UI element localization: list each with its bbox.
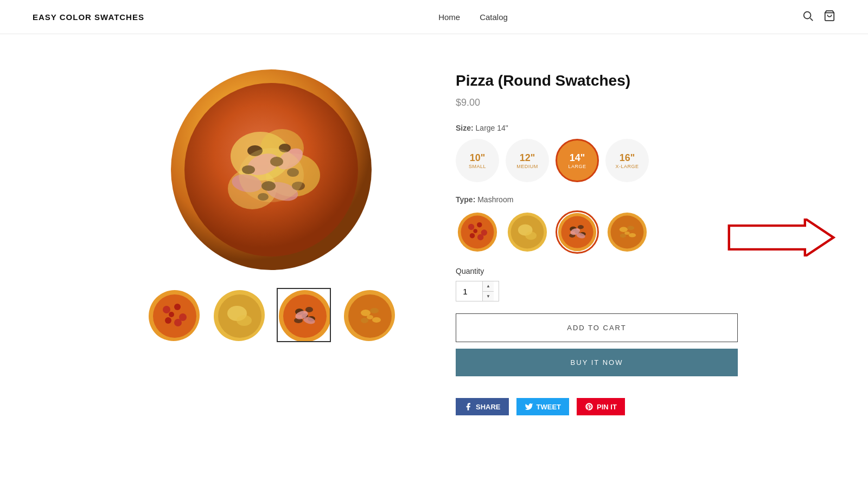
quantity-field[interactable] xyxy=(456,281,482,301)
type-swatch-pepperoni[interactable] xyxy=(456,210,499,254)
type-swatches xyxy=(456,210,738,254)
svg-point-53 xyxy=(468,224,474,230)
type-swatch-mushroom[interactable] xyxy=(556,210,599,254)
svg-point-66 xyxy=(578,225,584,229)
product-images-section xyxy=(130,67,412,415)
type-swatch-plain[interactable] xyxy=(506,210,549,254)
type-swatch-veggie[interactable] xyxy=(605,210,649,254)
svg-point-62 xyxy=(525,232,537,240)
nav-catalog[interactable]: Catalog xyxy=(480,12,508,22)
svg-line-1 xyxy=(810,18,813,21)
svg-point-57 xyxy=(477,234,483,240)
svg-point-52 xyxy=(461,216,494,249)
svg-point-28 xyxy=(165,317,171,324)
quantity-down-button[interactable]: ▼ xyxy=(482,292,494,301)
svg-point-58 xyxy=(473,229,477,233)
facebook-share-button[interactable]: SHARE xyxy=(456,398,509,415)
svg-point-24 xyxy=(153,294,196,338)
thumbnail-veggie[interactable] xyxy=(342,288,396,342)
quantity-label: Quantity xyxy=(456,267,738,275)
svg-point-75 xyxy=(627,226,634,230)
thumbnail-mushroom[interactable] xyxy=(277,288,331,342)
twitter-share-button[interactable]: TWEET xyxy=(516,398,570,415)
type-label: Type: Mashroom xyxy=(456,195,738,204)
quantity-input-wrapper: ▲ ▼ xyxy=(456,281,499,301)
main-nav: Home Catalog xyxy=(438,12,508,22)
svg-point-49 xyxy=(361,318,368,323)
add-to-cart-button[interactable]: ADD TO CART xyxy=(456,313,738,342)
svg-marker-79 xyxy=(729,219,834,256)
pinterest-share-button[interactable]: PIN IT xyxy=(577,398,625,415)
svg-point-50 xyxy=(367,315,373,319)
product-price: $9.00 xyxy=(456,97,738,108)
thumbnail-pepperoni[interactable] xyxy=(146,288,201,342)
svg-point-74 xyxy=(620,227,628,233)
svg-point-34 xyxy=(237,315,252,326)
type-selected-value: Mashroom xyxy=(477,195,513,204)
svg-point-47 xyxy=(370,308,379,313)
brand-logo: EASY COLOR SWATCHES xyxy=(33,12,144,22)
main-pizza-svg xyxy=(168,67,374,273)
quantity-arrows: ▲ ▼ xyxy=(482,281,494,301)
social-share-section: SHARE TWEET PIN IT xyxy=(456,398,738,415)
svg-point-76 xyxy=(629,233,636,237)
quantity-up-button[interactable]: ▲ xyxy=(482,281,494,292)
svg-point-25 xyxy=(163,306,170,313)
svg-point-78 xyxy=(624,232,630,235)
nav-home[interactable]: Home xyxy=(438,12,460,22)
quantity-section: Quantity ▲ ▼ xyxy=(456,267,738,301)
svg-point-22 xyxy=(239,148,304,202)
svg-point-30 xyxy=(169,312,174,317)
size-swatches: 10" SMALL 12" MEDIUM 14" LARGE 16" X-LAR… xyxy=(456,139,738,182)
type-option-section: Type: Mashroom xyxy=(456,195,738,254)
svg-point-77 xyxy=(620,234,626,238)
product-title: Pizza (Round Swatches) xyxy=(456,72,738,89)
svg-point-29 xyxy=(174,319,182,326)
buy-it-now-button[interactable]: BUY IT NOW xyxy=(456,349,738,376)
svg-point-0 xyxy=(804,12,811,19)
arrow-annotation xyxy=(727,219,835,256)
svg-point-56 xyxy=(470,233,475,239)
product-info-section: Pizza (Round Swatches) $9.00 Size: Large… xyxy=(456,67,738,415)
size-option-section: Size: Large 14" 10" SMALL 12" MEDIUM 14"… xyxy=(456,124,738,182)
size-label: Size: Large 14" xyxy=(456,124,738,132)
svg-point-48 xyxy=(372,317,381,323)
size-swatch-12[interactable]: 12" MEDIUM xyxy=(506,139,549,182)
main-product-image xyxy=(130,67,412,273)
size-selected-value: Large 14" xyxy=(476,124,508,132)
thumbnail-plain[interactable] xyxy=(212,288,266,342)
size-swatch-16[interactable]: 16" X-LARGE xyxy=(605,139,649,182)
thumbnail-row xyxy=(130,288,412,342)
search-icon[interactable] xyxy=(802,10,814,24)
svg-point-54 xyxy=(477,222,482,228)
size-swatch-10[interactable]: 10" SMALL xyxy=(456,139,499,182)
size-swatch-14[interactable]: 14" LARGE xyxy=(556,139,599,182)
svg-point-26 xyxy=(174,304,181,310)
cart-icon[interactable] xyxy=(824,10,835,24)
